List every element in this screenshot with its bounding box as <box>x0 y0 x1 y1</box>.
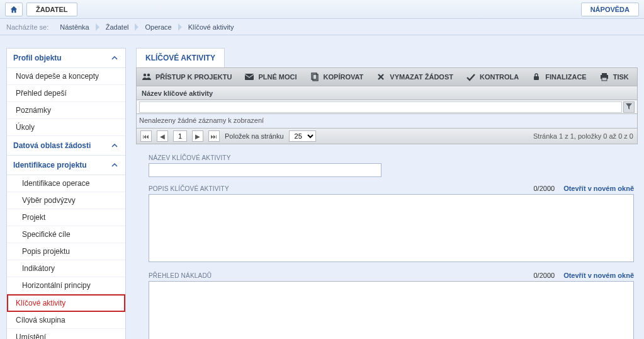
chevron-up-icon <box>110 54 119 62</box>
help-button[interactable]: NÁPOVĚDA <box>581 3 639 16</box>
breadcrumb-item[interactable]: Operace <box>138 19 181 35</box>
toolbar-delete-button[interactable]: VYMAZAT ŽÁDOST <box>376 72 453 82</box>
sidebar-item-horizontal-principles[interactable]: Horizontální principy <box>7 277 125 294</box>
toolbar-print-button[interactable]: TISK <box>599 72 629 82</box>
action-toolbar: PŘÍSTUP K PROJEKTU PLNÉ MOCI KOPÍROVAT V… <box>136 67 638 86</box>
grid-column-header[interactable]: Název klíčové aktivity <box>136 86 638 100</box>
sidebar-section-data-area[interactable]: Datová oblast žádosti <box>7 136 125 156</box>
toolbar-label: KOPÍROVAT <box>324 73 364 81</box>
toolbar-copy-button[interactable]: KOPÍROVAT <box>310 72 364 82</box>
description-char-counter: 0/2000 <box>533 185 555 192</box>
toolbar-label: FINALIZACE <box>545 73 586 81</box>
field-label-description: POPIS KLÍČOVÉ AKTIVITY <box>149 185 229 192</box>
pager-page-size-select[interactable]: 25 <box>289 130 316 142</box>
sidebar-section-profile[interactable]: Profil objektu <box>7 49 125 68</box>
activity-description-textarea[interactable] <box>149 194 634 262</box>
users-icon <box>142 72 152 82</box>
next-page-icon: ▶ <box>195 133 200 140</box>
toolbar-check-button[interactable]: KONTROLA <box>466 72 519 82</box>
svg-point-1 <box>147 74 150 76</box>
last-page-icon: ⏭ <box>211 133 217 140</box>
toolbar-poa-button[interactable]: PLNÉ MOCI <box>244 72 297 82</box>
toolbar-label: PŘÍSTUP K PROJEKTU <box>155 73 232 81</box>
sidebar-item-project[interactable]: Projekt <box>7 209 125 226</box>
pager-next-button[interactable]: ▶ <box>192 130 203 142</box>
chevron-up-icon <box>110 141 119 150</box>
grid-pager: ⏮ ◀ ▶ ⏭ Položek na stránku 25 Stránka 1 … <box>136 128 638 144</box>
sidebar-item-new-message[interactable]: Nová depeše a koncepty <box>7 68 125 85</box>
breadcrumb-label: Nacházíte se: <box>6 23 48 31</box>
tab-key-activities[interactable]: KLÍČOVÉ AKTIVITY <box>136 48 225 67</box>
print-icon <box>599 72 609 82</box>
lock-icon <box>531 72 541 82</box>
sidebar-item-tasks[interactable]: Úkoly <box>7 119 125 136</box>
toolbar-label: PLNÉ MOCI <box>258 73 297 81</box>
toolbar-access-button[interactable]: PŘÍSTUP K PROJEKTU <box>142 72 232 82</box>
sidebar-section-title: Datová oblast žádosti <box>13 141 91 150</box>
first-page-icon: ⏮ <box>143 133 149 140</box>
field-label-costs: PŘEHLED NÁKLADŮ <box>149 272 212 279</box>
filter-button[interactable] <box>623 101 635 113</box>
x-icon <box>376 72 386 82</box>
svg-rect-2 <box>245 74 254 80</box>
sidebar-item-location[interactable]: Umístění <box>7 329 125 339</box>
toolbar-label: VYMAZAT ŽÁDOST <box>390 73 453 81</box>
open-new-window-link[interactable]: Otevřít v novém okně <box>563 185 634 192</box>
pager-info: Stránka 1 z 1, položky 0 až 0 z 0 <box>533 132 633 140</box>
open-new-window-link[interactable]: Otevřít v novém okně <box>563 272 634 279</box>
pager-prev-button[interactable]: ◀ <box>157 130 168 142</box>
svg-rect-8 <box>602 78 607 81</box>
grid-filter-row <box>136 100 638 114</box>
svg-rect-5 <box>534 76 539 80</box>
filter-icon <box>626 103 632 112</box>
grid-empty-message: Nenalezeny žádné záznamy k zobrazení <box>136 114 638 128</box>
breadcrumb: Nacházíte se: Nástěnka Žadatel Operace K… <box>0 19 644 35</box>
applicant-button[interactable]: ŽADATEL <box>26 3 77 16</box>
envelope-icon <box>244 72 254 82</box>
breadcrumb-item[interactable]: Žadatel <box>99 19 139 35</box>
sidebar-section-title: Identifikace projektu <box>13 161 87 170</box>
sidebar-item-messages-overview[interactable]: Přehled depeší <box>7 85 125 102</box>
home-icon <box>9 4 19 14</box>
pager-per-page-label: Položek na stránku <box>225 132 284 140</box>
pager-page-input[interactable] <box>173 130 187 142</box>
toolbar-label: TISK <box>613 73 629 81</box>
costs-overview-textarea[interactable] <box>149 281 634 339</box>
sidebar-item-key-activities[interactable]: Klíčové aktivity <box>7 294 125 312</box>
top-bar: ŽADATEL NÁPOVĚDA <box>0 0 644 19</box>
sidebar-item-project-description[interactable]: Popis projektu <box>7 243 125 260</box>
field-label-name: NÁZEV KLÍČOVÉ AKTIVITY <box>149 154 634 161</box>
sidebar-section-title: Profil objektu <box>13 54 62 62</box>
pager-last-button[interactable]: ⏭ <box>208 130 220 142</box>
sidebar-item-indicators[interactable]: Indikátory <box>7 260 125 277</box>
activity-name-input[interactable] <box>149 163 381 177</box>
svg-point-0 <box>144 74 146 76</box>
breadcrumb-item[interactable]: Klíčové aktivity <box>182 19 244 35</box>
sidebar-item-subcall-select[interactable]: Výběr podvýzvy <box>7 192 125 209</box>
breadcrumb-item[interactable]: Nástěnka <box>54 19 99 35</box>
copy-icon <box>310 72 320 82</box>
svg-rect-6 <box>602 73 607 75</box>
toolbar-label: KONTROLA <box>480 73 519 81</box>
main-content: KLÍČOVÉ AKTIVITY PŘÍSTUP K PROJEKTU PLNÉ… <box>136 48 638 339</box>
tab-header: KLÍČOVÉ AKTIVITY <box>136 48 638 67</box>
sidebar-item-notes[interactable]: Poznámky <box>7 102 125 119</box>
grid-filter-input[interactable] <box>139 101 622 113</box>
sidebar-item-operation-id[interactable]: Identifikace operace <box>7 175 125 192</box>
pager-first-button[interactable]: ⏮ <box>140 130 152 142</box>
prev-page-icon: ◀ <box>160 133 165 140</box>
sidebar-item-specific-goals[interactable]: Specifické cíle <box>7 226 125 243</box>
toolbar-finalize-button[interactable]: FINALIZACE <box>531 72 586 82</box>
check-icon <box>466 72 476 82</box>
home-button[interactable] <box>5 3 23 16</box>
sidebar-item-target-group[interactable]: Cílová skupina <box>7 312 125 329</box>
sidebar-section-project-id[interactable]: Identifikace projektu <box>7 156 125 175</box>
form-area: NÁZEV KLÍČOVÉ AKTIVITY POPIS KLÍČOVÉ AKT… <box>136 144 638 339</box>
costs-char-counter: 0/2000 <box>533 272 555 279</box>
chevron-up-icon <box>110 161 119 170</box>
sidebar: Profil objektu Nová depeše a koncepty Př… <box>6 48 126 339</box>
